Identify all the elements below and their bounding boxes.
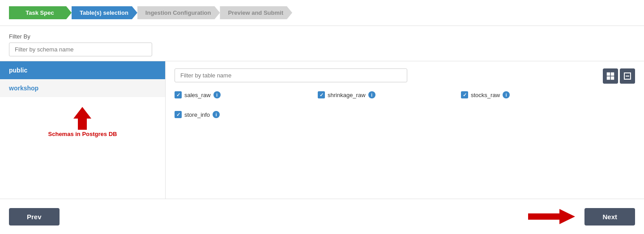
select-all-icon	[606, 72, 614, 80]
table-name-shrinkage-raw: shrinkage_raw	[328, 92, 366, 98]
annotation-area: Schemas in Postgres DB	[0, 97, 165, 146]
step-task-spec[interactable]: Task Spec	[9, 6, 72, 19]
icon-buttons	[603, 68, 635, 84]
wizard-steps: Task Spec Table(s) selection Ingestion C…	[0, 0, 644, 26]
step-table-selection-label[interactable]: Table(s) selection	[72, 6, 137, 19]
step-task-spec-label[interactable]: Task Spec	[9, 6, 72, 19]
bottom-bar: Prev Next	[0, 199, 644, 234]
svg-marker-0	[73, 107, 91, 130]
tables-grid: sales_raw i shrinkage_raw i stocks_raw i	[175, 91, 635, 131]
prev-button[interactable]: Prev	[9, 208, 60, 225]
info-icon-sales-raw[interactable]: i	[213, 91, 221, 98]
table-item-sales-raw: sales_raw i	[175, 91, 318, 98]
step-preview-submit[interactable]: Preview and Submit	[220, 6, 292, 19]
table-item-shrinkage-raw: shrinkage_raw i	[318, 91, 461, 98]
svg-rect-3	[607, 77, 610, 80]
schema-item-public[interactable]: public	[0, 61, 165, 79]
schema-filter-input[interactable]	[9, 43, 152, 56]
checkbox-shrinkage-raw[interactable]	[318, 91, 325, 98]
next-area: Next	[524, 205, 635, 228]
svg-rect-2	[611, 72, 614, 76]
deselect-all-button[interactable]	[620, 68, 635, 84]
info-icon-stocks-raw[interactable]: i	[503, 91, 510, 98]
checkbox-store-info[interactable]	[175, 111, 182, 118]
up-arrow-annotation: Schemas in Postgres DB	[48, 106, 117, 137]
arrow-right-icon	[524, 205, 577, 228]
svg-marker-7	[528, 209, 575, 224]
svg-rect-4	[611, 77, 614, 80]
deselect-all-icon	[623, 72, 631, 80]
arrow-up-icon	[71, 106, 94, 131]
table-name-store-info: store_info	[184, 111, 210, 118]
table-item-stocks-raw: stocks_raw i	[461, 91, 604, 98]
table-row-2: store_info i	[175, 111, 635, 123]
right-panel: sales_raw i shrinkage_raw i stocks_raw i	[166, 61, 644, 199]
select-all-button[interactable]	[603, 68, 618, 84]
filter-label: Filter By	[9, 33, 635, 40]
next-button[interactable]: Next	[584, 208, 635, 225]
step-ingestion-config[interactable]: Ingestion Configuration	[137, 6, 220, 19]
annotation-label: Schemas in Postgres DB	[48, 131, 117, 137]
table-name-stocks-raw: stocks_raw	[471, 92, 500, 98]
checkbox-sales-raw[interactable]	[175, 91, 182, 98]
table-row-1: sales_raw i shrinkage_raw i stocks_raw i	[175, 91, 635, 103]
page-wrapper: Task Spec Table(s) selection Ingestion C…	[0, 0, 644, 234]
info-icon-shrinkage-raw[interactable]: i	[368, 91, 375, 98]
info-icon-store-info[interactable]: i	[213, 111, 220, 118]
table-item-store-info: store_info i	[175, 111, 318, 118]
table-filter-input[interactable]	[175, 68, 407, 82]
table-name-sales-raw: sales_raw	[184, 92, 211, 98]
svg-rect-1	[607, 72, 610, 76]
checkbox-stocks-raw[interactable]	[461, 91, 468, 98]
step-preview-submit-label[interactable]: Preview and Submit	[220, 6, 292, 19]
main-content: public workshop Schemas in Postgres DB	[0, 61, 644, 199]
schema-item-workshop[interactable]: workshop	[0, 79, 165, 97]
filter-section: Filter By	[0, 26, 644, 61]
step-table-selection[interactable]: Table(s) selection	[72, 6, 137, 19]
left-panel: public workshop Schemas in Postgres DB	[0, 61, 166, 199]
step-ingestion-config-label[interactable]: Ingestion Configuration	[137, 6, 220, 19]
